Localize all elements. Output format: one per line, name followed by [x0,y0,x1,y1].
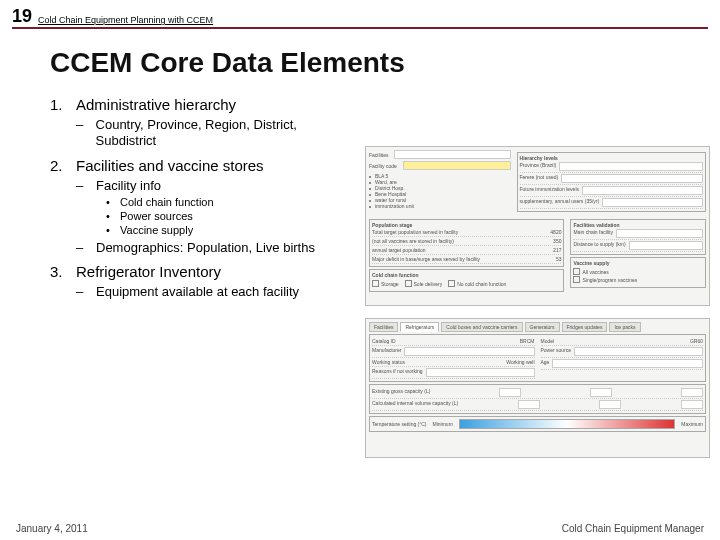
checkbox: Sole delivery [405,280,443,287]
field-label: Catalog ID [372,338,396,344]
outline-sublabel: Facility info [96,178,161,195]
field-label: Manufacturer [372,347,401,356]
field-label: Age [541,359,550,368]
field [561,174,703,183]
field [590,388,612,397]
field [681,400,703,409]
outline-sublabel: Country, Province, Region, District, Sub… [96,117,355,151]
footer-date: January 4, 2011 [16,523,88,534]
temperature-bar [459,419,676,429]
field-label: Model [541,338,555,344]
outline-sublabel: Equipment available at each facility [96,284,299,301]
field [552,359,703,368]
bullet-dot: • [106,223,120,237]
page-number: 19 [12,6,32,27]
tab: Facilities [369,322,398,332]
bullet-label: Cold chain function [120,195,214,209]
stat-label: Total target population served in facili… [372,229,458,235]
field-value: Working well [506,359,534,365]
field-label: Power source [541,347,572,356]
checkbox: Storage [372,280,399,287]
field [599,400,621,409]
outline-num: 3. [50,262,76,282]
panel-header: Vaccine supply [573,260,703,266]
tab: Generators [525,322,560,332]
field [574,347,703,356]
field [559,162,703,171]
stat-value: 350 [553,238,561,244]
panel-header: Cold chain function [372,272,561,278]
header-subtitle: Cold Chain Equipment Planning with CCEM [38,15,213,27]
outline-num: 1. [50,95,76,115]
outline-label: Refrigerator Inventory [76,262,221,282]
stat-label: (not all vaccines are stored in facility… [372,238,454,244]
slide-header: 19 Cold Chain Equipment Planning with CC… [12,6,708,29]
tab: Ice packs [609,322,640,332]
outline-dash: – [76,178,96,195]
bar-min: Minimum [433,421,453,427]
stat-value: 53 [556,256,562,262]
checkbox: All vaccines [573,268,703,275]
row-label: Distance to supply (km) [573,241,625,250]
row-label: Province (Brazil) [520,162,557,171]
field-value: GR60 [690,338,703,344]
bullet-label: Vaccine supply [120,223,193,237]
stat-value: 217 [553,247,561,253]
stat-value: 4820 [550,229,561,235]
outline-dash: – [76,284,96,301]
slide-title: CCEM Core Data Elements [50,47,720,79]
outline-label: Facilities and vaccine stores [76,156,264,176]
bar-label: Temperature setting (°C) [372,421,427,427]
label: Facilities [369,152,388,158]
field [582,186,703,195]
tab: Cold boxes and vaccine carriers [441,322,522,332]
field [518,400,540,409]
tab-active: Refrigerators [400,322,439,332]
refrigerators-form-screenshot: Facilities Refrigerators Cold boxes and … [365,318,710,458]
checkbox: No cold chain function [448,280,506,287]
row-label: supplementary, annual users (35/yr) [520,198,600,207]
field-label: Reasons if not working [372,368,423,377]
field [629,241,703,250]
outline-dash: – [76,117,96,151]
text-field [403,161,511,170]
checkbox: Single/program vaccines [573,276,703,283]
bar-max: Maximum [681,421,703,427]
label: Facility code [369,163,397,169]
footer-right: Cold Chain Equipment Manager [562,523,704,534]
row-label: Main chain facility [573,229,612,238]
list-item: immunization unit [369,203,511,209]
dropdown [394,150,510,159]
field [499,388,521,397]
field-value: BRCM [520,338,535,344]
field [616,229,703,238]
field-label: Working status [372,359,405,365]
bullet-dot: • [106,209,120,223]
bullet-dot: • [106,195,120,209]
stat-label: annual target population [372,247,426,253]
row-label: Existing gross capacity (L) [372,388,430,397]
stat-label: Major deficit in base/surge area served … [372,256,480,262]
bullet-label: Power sources [120,209,193,223]
row-label: Ferere (not used) [520,174,559,183]
field [426,368,535,377]
field [404,347,534,356]
row-label: Future immunization levels [520,186,579,195]
outline-num: 2. [50,156,76,176]
facilities-form-screenshot: Facilities Facility code BLA 5 Ward, are… [365,146,710,306]
outline-dash: – [76,240,96,257]
field [681,388,703,397]
outline-sublabel: Demographics: Population, Live births [96,240,315,257]
outline-label: Administrative hierarchy [76,95,236,115]
outline-list: 1.Administrative hierarchy –Country, Pro… [50,89,355,301]
tab: Fridges updates [562,322,608,332]
row-label: Calculated internal volume capacity (L) [372,400,458,409]
field [602,198,703,207]
